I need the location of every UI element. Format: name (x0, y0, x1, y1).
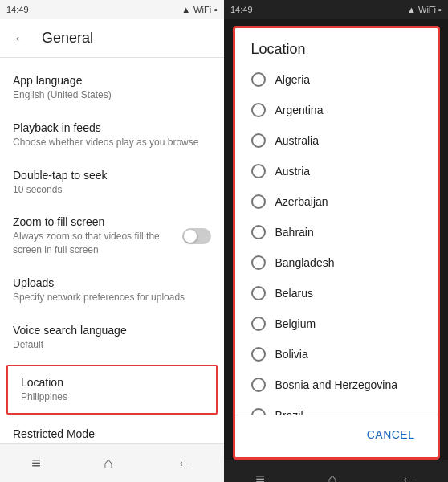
location-name: Azerbaijan (275, 195, 328, 208)
zoom-text: Zoom to fill screen Always zoom so that … (13, 215, 182, 257)
home-icon-right[interactable]: ⌂ (328, 470, 337, 483)
location-name: Argentina (275, 104, 324, 116)
app-language-subtitle: English (United States) (13, 88, 211, 102)
location-dialog: Location AlgeriaArgentinaAustraliaAustri… (233, 26, 440, 460)
time-right: 14:49 (230, 5, 253, 14)
right-panel: 14:49 ▲ WiFi ▪ Location AlgeriaArgentina… (224, 0, 448, 482)
radio-circle (251, 317, 266, 331)
location-option[interactable]: Bangladesh (235, 247, 438, 278)
radio-circle (251, 72, 266, 87)
status-icons-left: ▲ WiFi ▪ (181, 5, 218, 14)
dialog-overlay: Location AlgeriaArgentinaAustraliaAustri… (224, 19, 448, 460)
menu-icon-right[interactable]: ≡ (255, 470, 265, 483)
settings-item-uploads[interactable]: Uploads Specify network preferences for … (0, 267, 224, 314)
dialog-title: Location (235, 28, 438, 64)
radio-circle (251, 194, 266, 209)
zoom-title: Zoom to fill screen (13, 215, 182, 228)
double-tap-title: Double-tap to seek (13, 169, 211, 182)
radio-circle (251, 103, 266, 117)
location-name: Bahrain (275, 226, 314, 239)
location-option[interactable]: Argentina (235, 95, 438, 125)
settings-item-voice[interactable]: Voice search language Default (0, 314, 224, 362)
radio-circle (251, 225, 266, 239)
location-list: AlgeriaArgentinaAustraliaAustriaAzerbaij… (235, 64, 438, 415)
wifi-icon: WiFi (193, 5, 211, 14)
radio-circle (251, 378, 266, 392)
menu-icon[interactable]: ≡ (31, 454, 41, 472)
radio-circle (251, 408, 266, 415)
page-header: ← General (0, 19, 224, 58)
settings-item-zoom[interactable]: Zoom to fill screen Always zoom so that … (0, 206, 224, 267)
status-bar-left: 14:49 ▲ WiFi ▪ (0, 0, 224, 19)
signal-icon-right: ▲ (407, 5, 416, 14)
location-option[interactable]: Brazil (235, 400, 438, 415)
location-option[interactable]: Azerbaijan (235, 186, 438, 217)
location-option[interactable]: Algeria (235, 64, 438, 95)
location-option[interactable]: Belgium (235, 308, 438, 339)
back-button[interactable]: ← (13, 29, 29, 47)
bottom-navigation-left: ≡ ⌂ ← (0, 443, 224, 482)
location-option[interactable]: Austria (235, 156, 438, 186)
radio-circle (251, 133, 266, 148)
battery-icon: ▪ (214, 5, 218, 14)
page-title: General (42, 30, 93, 47)
settings-item-app-language[interactable]: App language English (United States) (0, 64, 224, 112)
uploads-title: Uploads (13, 276, 211, 289)
zoom-toggle[interactable] (182, 228, 211, 244)
double-tap-subtitle: 10 seconds (13, 183, 211, 197)
location-subtitle: Philippines (21, 390, 203, 404)
location-option[interactable]: Bosnia and Herzegovina (235, 370, 438, 400)
playback-title: Playback in feeds (13, 121, 211, 134)
bottom-navigation-right: ≡ ⌂ ← (224, 460, 448, 482)
wifi-icon-right: WiFi (418, 5, 436, 14)
signal-icon: ▲ (181, 5, 190, 14)
app-language-title: App language (13, 74, 211, 87)
cancel-button[interactable]: CANCEL (357, 422, 425, 447)
location-name: Brazil (275, 409, 303, 415)
zoom-subtitle: Always zoom so that videos fill the scre… (13, 230, 182, 257)
settings-item-restricted[interactable]: Restricted Mode This helps hide potentia… (0, 418, 224, 443)
back-nav-icon-right[interactable]: ← (401, 470, 417, 483)
location-name: Bosnia and Herzegovina (275, 378, 398, 391)
voice-title: Voice search language (13, 324, 211, 337)
location-option[interactable]: Belarus (235, 278, 438, 308)
radio-circle (251, 255, 266, 270)
settings-item-playback[interactable]: Playback in feeds Choose whether videos … (0, 112, 224, 159)
location-title: Location (21, 376, 203, 389)
status-time-left: 14:49 (6, 5, 29, 14)
radio-circle (251, 347, 266, 362)
playback-subtitle: Choose whether videos play as you browse (13, 136, 211, 149)
status-icons-right: ▲ WiFi ▪ (407, 5, 442, 14)
location-option[interactable]: Australia (235, 125, 438, 156)
status-bar-right: 14:49 ▲ WiFi ▪ (224, 0, 448, 19)
location-option[interactable]: Bolivia (235, 339, 438, 370)
battery-icon-right: ▪ (438, 5, 442, 14)
location-name: Belarus (275, 287, 313, 300)
location-name: Australia (275, 134, 319, 147)
uploads-subtitle: Specify network preferences for uploads (13, 291, 211, 304)
settings-list: App language English (United States) Pla… (0, 58, 224, 443)
back-nav-icon[interactable]: ← (177, 454, 193, 472)
location-name: Algeria (275, 73, 311, 86)
location-name: Bangladesh (275, 256, 335, 269)
home-icon[interactable]: ⌂ (104, 454, 113, 472)
dialog-actions: CANCEL (235, 415, 438, 457)
radio-circle (251, 286, 266, 300)
location-name: Bolivia (275, 348, 308, 361)
restricted-title: Restricted Mode (13, 427, 182, 440)
location-option[interactable]: Bahrain (235, 217, 438, 247)
location-name: Belgium (275, 317, 316, 330)
restricted-text: Restricted Mode This helps hide potentia… (13, 427, 182, 443)
radio-circle (251, 164, 266, 178)
voice-subtitle: Default (13, 338, 211, 352)
location-name: Austria (275, 165, 311, 178)
left-panel: 14:49 ▲ WiFi ▪ ← General App language En… (0, 0, 224, 482)
settings-item-location[interactable]: Location Philippines (6, 365, 218, 415)
settings-item-double-tap[interactable]: Double-tap to seek 10 seconds (0, 159, 224, 206)
time-left: 14:49 (6, 5, 29, 14)
